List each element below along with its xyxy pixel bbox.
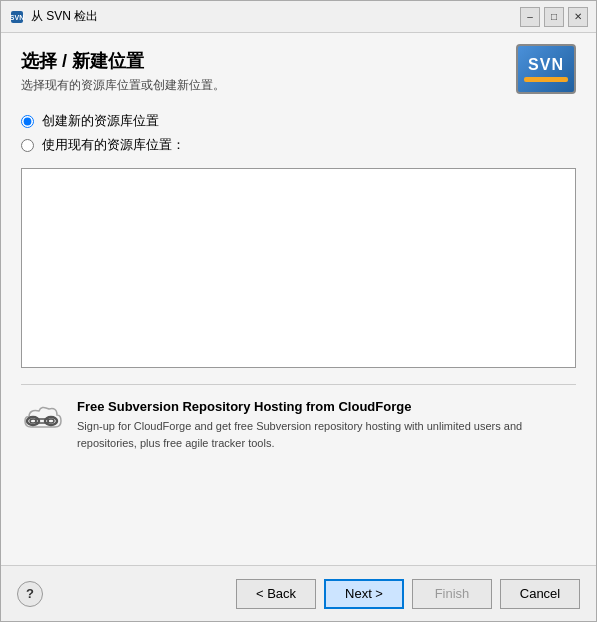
svn-logo-bar bbox=[524, 77, 569, 82]
footer-buttons: < Back Next > Finish Cancel bbox=[236, 579, 580, 609]
title-bar-controls: – □ ✕ bbox=[520, 7, 588, 27]
header-left: 选择 / 新建位置 选择现有的资源库位置或创建新位置。 bbox=[21, 49, 506, 94]
separator bbox=[21, 384, 576, 385]
svg-point-3 bbox=[30, 419, 36, 423]
options-section: 创建新的资源库位置 使用现有的资源库位置： bbox=[21, 112, 576, 160]
use-existing-label: 使用现有的资源库位置： bbox=[42, 136, 185, 154]
dialog-content: 选择 / 新建位置 选择现有的资源库位置或创建新位置。 SVN 创建新的资源库位… bbox=[1, 33, 596, 565]
repository-list[interactable] bbox=[21, 168, 576, 368]
maximize-button[interactable]: □ bbox=[544, 7, 564, 27]
cloudforge-icon bbox=[21, 399, 65, 443]
title-bar: SVN 从 SVN 检出 – □ ✕ bbox=[1, 1, 596, 33]
title-bar-icon: SVN bbox=[9, 9, 25, 25]
close-button[interactable]: ✕ bbox=[568, 7, 588, 27]
svg-text:SVN: SVN bbox=[10, 14, 24, 21]
svn-logo: SVN bbox=[516, 44, 576, 94]
use-existing-radio[interactable] bbox=[21, 139, 34, 152]
promo-title: Free Subversion Repository Hosting from … bbox=[77, 399, 576, 414]
svg-point-2 bbox=[27, 417, 39, 425]
create-new-radio[interactable] bbox=[21, 115, 34, 128]
svn-logo-text: SVN bbox=[528, 56, 564, 74]
header-section: 选择 / 新建位置 选择现有的资源库位置或创建新位置。 SVN bbox=[21, 49, 576, 94]
finish-button[interactable]: Finish bbox=[412, 579, 492, 609]
dialog-footer: ? < Back Next > Finish Cancel bbox=[1, 565, 596, 621]
title-bar-text: 从 SVN 检出 bbox=[31, 8, 520, 25]
page-title: 选择 / 新建位置 bbox=[21, 49, 506, 73]
promo-text: Free Subversion Repository Hosting from … bbox=[77, 399, 576, 451]
dialog-window: SVN 从 SVN 检出 – □ ✕ 选择 / 新建位置 选择现有的资源库位置或… bbox=[0, 0, 597, 622]
svg-point-4 bbox=[45, 417, 57, 425]
minimize-button[interactable]: – bbox=[520, 7, 540, 27]
promo-section: Free Subversion Repository Hosting from … bbox=[21, 389, 576, 461]
svg-point-5 bbox=[48, 419, 54, 423]
help-button[interactable]: ? bbox=[17, 581, 43, 607]
use-existing-option[interactable]: 使用现有的资源库位置： bbox=[21, 136, 576, 154]
create-new-option[interactable]: 创建新的资源库位置 bbox=[21, 112, 576, 130]
cancel-button[interactable]: Cancel bbox=[500, 579, 580, 609]
page-subtitle: 选择现有的资源库位置或创建新位置。 bbox=[21, 77, 506, 94]
back-button[interactable]: < Back bbox=[236, 579, 316, 609]
create-new-label: 创建新的资源库位置 bbox=[42, 112, 159, 130]
next-button[interactable]: Next > bbox=[324, 579, 404, 609]
footer-left: ? bbox=[17, 581, 43, 607]
promo-description: Sign-up for CloudForge and get free Subv… bbox=[77, 418, 576, 451]
